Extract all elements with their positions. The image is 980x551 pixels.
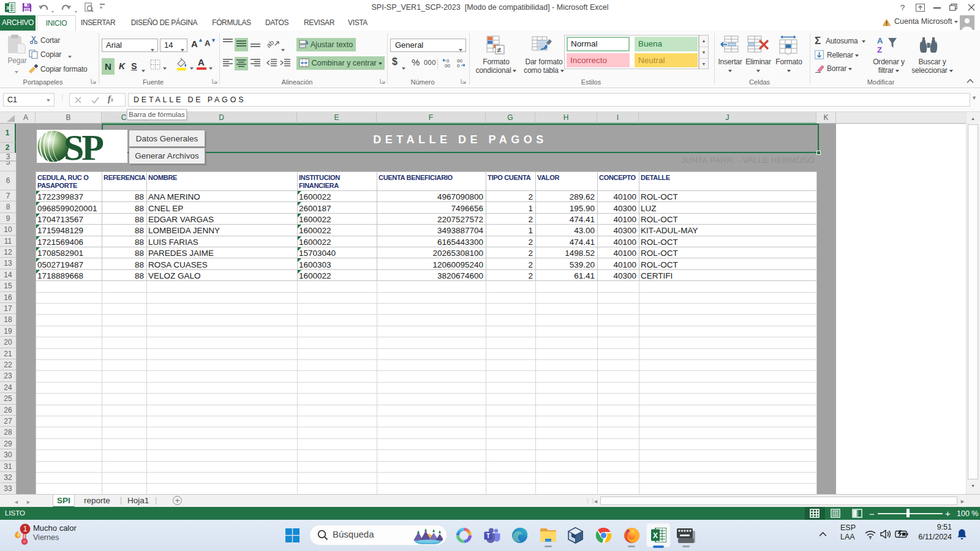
svg-text:0: 0 bbox=[457, 63, 460, 68]
svg-text:1: 1 bbox=[23, 525, 28, 533]
svg-text:≠: ≠ bbox=[497, 45, 501, 54]
svg-text:ab: ab bbox=[267, 39, 275, 48]
svg-text:T: T bbox=[486, 533, 490, 539]
svg-text:SP: SP bbox=[64, 130, 103, 163]
svg-text:00: 00 bbox=[445, 63, 450, 68]
svg-text:Z: Z bbox=[877, 45, 882, 54]
svg-text:A: A bbox=[877, 36, 883, 45]
svg-text:X: X bbox=[653, 531, 658, 540]
